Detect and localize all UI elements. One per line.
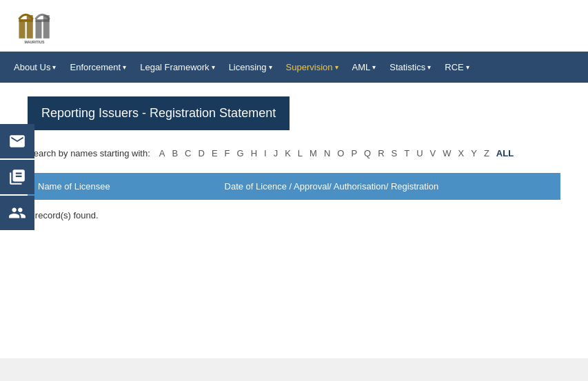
letter-l[interactable]: L xyxy=(296,147,305,159)
letter-v[interactable]: V xyxy=(428,147,438,159)
data-table: Name of Licensee Date of Licence / Appro… xyxy=(28,173,560,200)
nav-aml[interactable]: AML▾ xyxy=(345,52,383,83)
arrow-icon: ▾ xyxy=(269,63,272,71)
letter-g[interactable]: G xyxy=(235,147,246,159)
alphabet-label: Search by names starting with: xyxy=(28,148,150,158)
document-button[interactable] xyxy=(0,160,34,194)
email-icon xyxy=(8,132,26,150)
document-icon xyxy=(8,168,26,186)
letter-all[interactable]: ALL xyxy=(494,147,516,159)
nav-licensing[interactable]: Licensing▾ xyxy=(222,52,279,83)
nav-about-us[interactable]: About Us▾ xyxy=(7,52,63,83)
col-licensee-name: Name of Licensee xyxy=(28,173,214,200)
letter-o[interactable]: O xyxy=(335,147,346,159)
letter-y[interactable]: Y xyxy=(469,147,479,159)
logo-icon: MAURITIUS xyxy=(14,5,55,46)
letter-i[interactable]: I xyxy=(262,147,269,159)
letter-x[interactable]: X xyxy=(456,147,467,159)
arrow-icon: ▾ xyxy=(335,63,338,71)
main-content: Reporting Issuers - Registration Stateme… xyxy=(0,83,588,358)
arrow-icon: ▾ xyxy=(466,63,469,71)
arrow-icon: ▾ xyxy=(372,63,376,71)
svg-text:MAURITIUS: MAURITIUS xyxy=(24,40,45,44)
letter-n[interactable]: N xyxy=(322,147,332,159)
letter-p[interactable]: P xyxy=(349,147,359,159)
arrow-icon: ▾ xyxy=(427,63,431,71)
nav-statistics[interactable]: Statistics▾ xyxy=(383,52,438,83)
group-button[interactable] xyxy=(0,196,34,230)
page-title: Reporting Issuers - Registration Stateme… xyxy=(28,96,290,130)
letter-r[interactable]: R xyxy=(376,147,386,159)
letter-a[interactable]: A xyxy=(157,147,168,159)
nav-rce[interactable]: RCE▾ xyxy=(438,52,476,83)
records-found: 0 record(s) found. xyxy=(28,210,560,220)
letter-z[interactable]: Z xyxy=(482,147,491,159)
letter-t[interactable]: T xyxy=(402,147,412,159)
col-date-licence: Date of Licence / Approval/ Authorisatio… xyxy=(214,173,560,200)
letter-j[interactable]: J xyxy=(272,147,281,159)
nav-legal-framework[interactable]: Legal Framework▾ xyxy=(133,52,221,83)
svg-rect-6 xyxy=(36,19,50,22)
letter-q[interactable]: Q xyxy=(362,147,373,159)
group-icon xyxy=(8,204,26,222)
letter-s[interactable]: S xyxy=(389,147,400,159)
arrow-icon: ▾ xyxy=(52,63,56,71)
letter-m[interactable]: M xyxy=(307,147,319,159)
navbar: About Us▾ Enforcement▾ Legal Framework▾ … xyxy=(0,52,588,83)
svg-rect-1 xyxy=(19,21,26,39)
letter-d[interactable]: D xyxy=(196,147,206,159)
letter-u[interactable]: U xyxy=(414,147,425,159)
letter-c[interactable]: C xyxy=(183,147,193,159)
logo: MAURITIUS xyxy=(14,5,55,46)
header: MAURITIUS xyxy=(0,0,588,52)
alphabet-filter: Search by names starting with: A B C D E… xyxy=(28,147,560,159)
svg-rect-3 xyxy=(19,19,33,22)
nav-enforcement[interactable]: Enforcement▾ xyxy=(63,52,133,83)
letter-k[interactable]: K xyxy=(283,147,293,159)
email-button[interactable] xyxy=(0,124,34,158)
letter-w[interactable]: W xyxy=(440,147,453,159)
letter-h[interactable]: H xyxy=(249,147,259,159)
letter-f[interactable]: F xyxy=(223,147,232,159)
svg-rect-4 xyxy=(36,21,42,39)
arrow-icon: ▾ xyxy=(212,63,215,71)
letter-e[interactable]: E xyxy=(210,147,220,159)
letter-b[interactable]: B xyxy=(170,147,180,159)
nav-supervision[interactable]: Supervision▾ xyxy=(279,52,345,83)
arrow-icon: ▾ xyxy=(123,63,126,71)
side-buttons xyxy=(0,124,34,231)
